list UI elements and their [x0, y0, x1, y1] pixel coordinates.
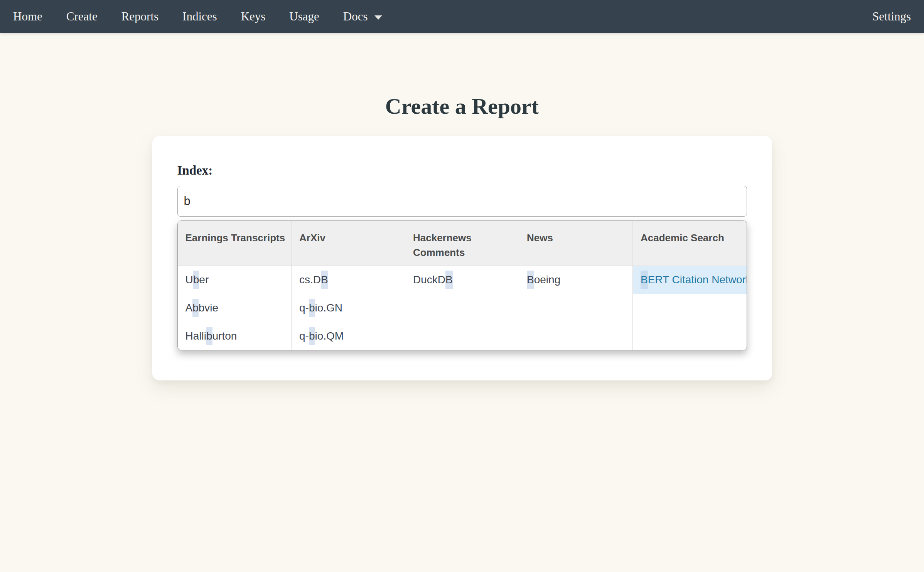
text-post: urton — [212, 330, 237, 342]
main-content: Create a Report Index: Earnings Transcri… — [0, 94, 924, 380]
match-highlight: b — [206, 327, 212, 345]
suggestion-cell-empty — [405, 294, 519, 322]
nav-item-create[interactable]: Create — [66, 10, 98, 24]
suggestions-row-2: Abbvie q-bio.GN — [178, 294, 747, 322]
column-header-hackernews-comments: Hackernews Comments — [405, 221, 519, 266]
text-post: bvie — [199, 302, 218, 314]
suggestion-boeing[interactable]: Boeing — [519, 266, 633, 294]
index-suggestions-dropdown: Earnings Transcripts ArXiv Hackernews Co… — [177, 220, 747, 350]
match-highlight: B — [527, 271, 534, 289]
page-title: Create a Report — [0, 94, 924, 119]
text-post: io.QM — [315, 330, 344, 342]
suggestion-cs-db[interactable]: cs.DB — [292, 266, 405, 294]
suggestion-cell-empty — [519, 294, 633, 322]
match-highlight: b — [192, 299, 199, 317]
suggestion-halliburton[interactable]: Halliburton — [178, 322, 292, 350]
suggestions-table: Earnings Transcripts ArXiv Hackernews Co… — [178, 221, 747, 350]
text-pre: cs.D — [299, 274, 321, 286]
match-highlight: B — [641, 271, 648, 289]
suggestion-link: BERT Citation Network — [641, 271, 747, 289]
text-post: er — [199, 274, 209, 286]
nav-item-settings[interactable]: Settings — [872, 10, 911, 24]
nav-item-docs[interactable]: Docs — [343, 10, 382, 24]
column-header-news: News — [519, 221, 633, 266]
column-header-academic-search: Academic Search — [633, 221, 747, 266]
suggestion-uber[interactable]: Uber — [178, 266, 292, 294]
nav-item-home[interactable]: Home — [13, 10, 42, 24]
suggestion-q-bio-gn[interactable]: q-bio.GN — [292, 294, 405, 322]
suggestion-bert-citation-network[interactable]: BERT Citation Network — [633, 266, 747, 294]
top-navbar: Home Create Reports Indices Keys Usage D… — [0, 0, 924, 33]
nav-item-keys[interactable]: Keys — [241, 10, 266, 24]
column-header-arxiv: ArXiv — [292, 221, 405, 266]
suggestions-header-row: Earnings Transcripts ArXiv Hackernews Co… — [178, 221, 747, 266]
text-post: io.GN — [315, 302, 342, 314]
create-report-card: Index: Earnings Transcripts ArXiv Hacker… — [152, 136, 772, 380]
nav-item-indices[interactable]: Indices — [182, 10, 217, 24]
suggestion-abbvie[interactable]: Abbvie — [178, 294, 292, 322]
index-field-label: Index: — [177, 163, 747, 178]
column-header-earnings-transcripts: Earnings Transcripts — [178, 221, 292, 266]
match-highlight: B — [445, 271, 453, 289]
text-post: oeing — [534, 274, 561, 286]
text-post: ERT Citation Network — [648, 274, 747, 286]
nav-item-usage[interactable]: Usage — [289, 10, 319, 24]
match-highlight: B — [321, 271, 328, 289]
suggestion-cell-empty — [405, 322, 519, 350]
index-input[interactable] — [177, 186, 747, 217]
match-highlight: b — [193, 271, 199, 289]
text-pre: DuckD — [413, 274, 445, 286]
suggestions-row-3: Halliburton q-bio.QM — [178, 322, 747, 350]
suggestion-cell-empty — [633, 294, 747, 322]
text-pre: A — [185, 302, 193, 314]
text-pre: q- — [299, 302, 309, 314]
suggestion-q-bio-qm[interactable]: q-bio.QM — [292, 322, 405, 350]
nav-links: Home Create Reports Indices Keys Usage D… — [13, 10, 382, 24]
text-pre: q- — [299, 330, 309, 342]
suggestion-cell-empty — [633, 322, 747, 350]
nav-item-docs-label: Docs — [343, 10, 368, 24]
match-highlight: b — [309, 299, 315, 317]
suggestions-row-1: Uber cs.DB DuckDB Boeing BERT Citation N… — [178, 266, 747, 294]
suggestion-duckdb[interactable]: DuckDB — [405, 266, 519, 294]
chevron-down-icon — [374, 15, 382, 20]
nav-item-reports[interactable]: Reports — [121, 10, 158, 24]
text-pre: U — [185, 274, 193, 286]
match-highlight: b — [309, 327, 315, 345]
text-pre: Halli — [185, 330, 206, 342]
suggestion-cell-empty — [519, 322, 633, 350]
